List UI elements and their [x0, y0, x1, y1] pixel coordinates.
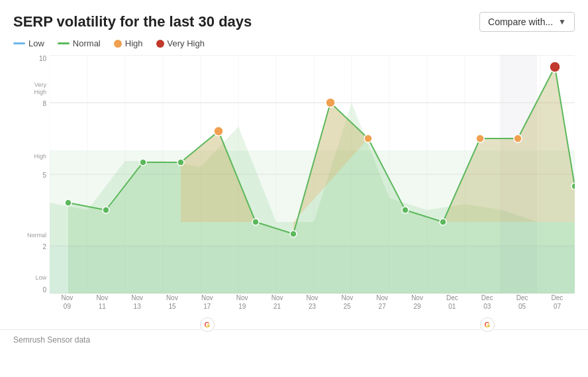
y-band-low: Low: [13, 274, 46, 282]
y-label-0: 0: [42, 286, 46, 294]
legend-very-high-label: Very High: [168, 38, 205, 48]
x-label-nov09: Nov09: [50, 294, 85, 320]
y-band-high: High: [13, 153, 46, 160]
dot-dec05: [550, 62, 560, 72]
legend-item-normal: Normal: [58, 38, 101, 48]
x-label-nov29: Nov29: [400, 294, 435, 320]
y-label-10: 10: [39, 55, 46, 62]
dot-nov15: [177, 159, 184, 166]
y-band-normal: Normal: [13, 232, 46, 239]
legend-normal-icon: [58, 42, 70, 44]
google-update-icon-2: G: [480, 317, 495, 332]
legend-high-icon: [114, 40, 122, 48]
x-label-dec05: Dec05: [505, 294, 540, 320]
x-label-dec01: Dec01: [434, 294, 469, 320]
dot-nov29: [440, 219, 446, 225]
chevron-down-icon: ▼: [558, 17, 566, 27]
dot-dec01: [476, 135, 484, 142]
x-label-dec07: Dec07: [540, 294, 575, 320]
x-label-nov17: Nov17 G: [189, 294, 224, 320]
y-axis-area: VeryHigh High Normal Low 0 2 5 8 10: [13, 55, 50, 294]
legend-low-icon: [13, 42, 25, 44]
legend-item-low: Low: [13, 38, 44, 48]
x-label-nov25: Nov25: [330, 294, 365, 320]
dot-nov27: [402, 207, 409, 213]
compare-button-label: Compare with...: [488, 17, 553, 27]
legend-normal-label: Normal: [73, 38, 101, 48]
x-label-nov21: Nov21: [260, 294, 295, 320]
dot-dec03: [514, 135, 522, 142]
dot-nov25: [364, 135, 372, 142]
x-label-dec03: Dec03 G: [469, 294, 505, 320]
dot-nov19: [252, 219, 259, 225]
y-label-8: 8: [42, 100, 46, 107]
legend: Low Normal High Very High: [13, 38, 575, 48]
x-label-nov19: Nov19: [224, 294, 260, 320]
dot-nov13: [140, 159, 146, 166]
compare-button[interactable]: Compare with... ▼: [479, 12, 575, 32]
y-label-5: 5: [42, 172, 46, 179]
legend-very-high-icon: [156, 40, 164, 48]
dot-nov09: [65, 199, 72, 206]
dot-nov21: [290, 231, 297, 237]
dot-nov17: [214, 127, 223, 136]
dot-nov11: [103, 207, 109, 213]
x-label-nov23: Nov23: [295, 294, 330, 320]
page-title: SERP volatility for the last 30 days: [13, 13, 252, 30]
legend-high-label: High: [125, 38, 143, 48]
dot-nov23: [326, 98, 335, 107]
chart-svg: [50, 55, 575, 294]
main-container: SERP volatility for the last 30 days Com…: [0, 0, 588, 327]
dot-dec07: [571, 183, 575, 189]
x-label-nov13: Nov13: [120, 294, 155, 320]
header-row: SERP volatility for the last 30 days Com…: [13, 12, 575, 32]
legend-item-very-high: Very High: [156, 38, 205, 48]
footer-text: Semrush Sensor data: [13, 335, 90, 345]
google-update-icon-1: G: [200, 317, 215, 332]
legend-low-label: Low: [28, 38, 44, 48]
x-label-nov11: Nov11: [85, 294, 120, 320]
chart-area: VeryHigh High Normal Low 0 2 5 8 10: [13, 55, 575, 320]
legend-item-high: High: [114, 38, 143, 48]
x-label-nov15: Nov15: [155, 294, 190, 320]
x-axis: Nov09 Nov11 Nov13 Nov15 Nov17 G Nov19 No…: [50, 294, 575, 320]
y-label-2: 2: [42, 243, 46, 250]
footer: Semrush Sensor data: [0, 329, 588, 350]
y-band-very-high: VeryHigh: [13, 81, 46, 96]
x-label-nov27: Nov27: [365, 294, 400, 320]
